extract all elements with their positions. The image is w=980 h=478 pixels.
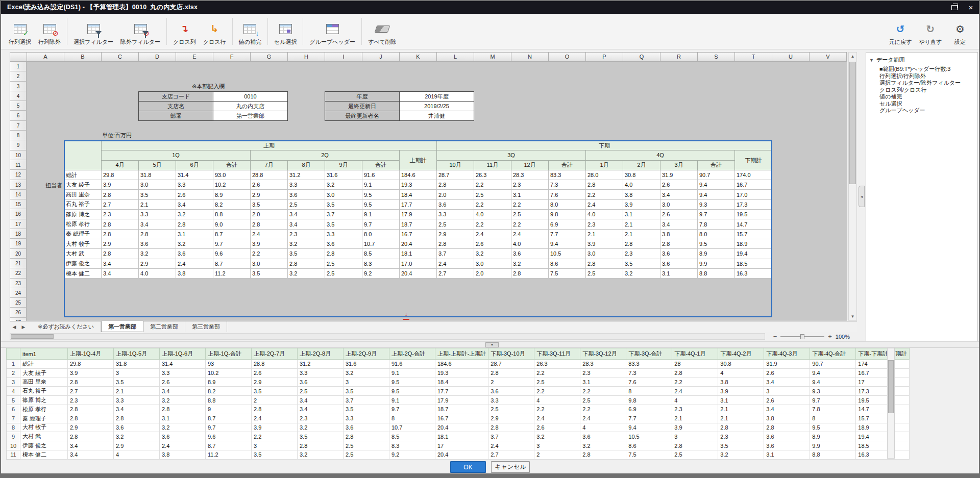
month-header[interactable]: 10月 (437, 160, 474, 170)
row-header-1[interactable]: 1 (10, 62, 26, 71)
column-header-N[interactable]: N (511, 53, 549, 61)
value-cell[interactable]: 3.9 (623, 199, 660, 209)
value-cell[interactable]: 18.4 (400, 190, 437, 199)
value-cell[interactable]: 3.4 (660, 219, 698, 229)
value-cell[interactable]: 3.4 (102, 259, 139, 268)
value-cell[interactable]: 8.0 (698, 229, 735, 239)
value-cell[interactable]: 2.0 (437, 190, 474, 199)
value-cell[interactable]: 3.0 (325, 190, 362, 199)
value-cell[interactable]: 2.7 (102, 199, 139, 209)
value-cell[interactable]: 3.6 (176, 249, 213, 259)
value-cell[interactable]: 4.0 (586, 210, 623, 219)
value-cell[interactable]: 3.4 (660, 190, 698, 199)
value-cell[interactable]: 2.2 (474, 199, 511, 209)
value-cell[interactable]: 2.8 (251, 219, 288, 229)
value-cell[interactable]: 3.3 (176, 180, 213, 190)
value-cell[interactable]: 2.5 (437, 219, 474, 229)
value-cell[interactable]: 90.7 (698, 170, 735, 180)
tree-item-3[interactable]: 選択フィルター/除外フィルター (879, 80, 974, 87)
value-cell[interactable]: 3.6 (660, 249, 698, 259)
zoom-out-button[interactable]: − (773, 333, 777, 340)
value-cell[interactable]: 8.5 (362, 249, 400, 259)
sheet-tab-4[interactable]: 第三営業部 (185, 321, 227, 332)
value-cell[interactable]: 3.1 (623, 210, 660, 219)
column-header-R[interactable]: R (660, 53, 698, 61)
value-cell[interactable]: 17.0 (400, 259, 437, 268)
value-cell[interactable]: 4.0 (474, 210, 511, 219)
row-header-4[interactable]: 4 (10, 91, 26, 101)
member-name-cell[interactable]: 高田 里奈 (64, 190, 102, 199)
row-header-24[interactable]: 24 (10, 288, 26, 298)
value-cell[interactable]: 3.0 (660, 199, 698, 209)
value-cell[interactable]: 2.8 (586, 259, 623, 268)
delete-all-button[interactable]: すべて削除 (364, 16, 400, 47)
row-header-15[interactable]: 15 (10, 199, 26, 209)
tab-scroll-right-button[interactable]: ▶ (19, 321, 28, 332)
month-header[interactable]: 7月 (251, 160, 288, 170)
value-cell[interactable]: 3.4 (288, 210, 325, 219)
select-filter-button[interactable]: 選択フィルター (70, 16, 117, 47)
tree-item-2[interactable]: 行列選択/行列除外 (879, 73, 974, 80)
value-cell[interactable]: 10.2 (213, 180, 251, 190)
value-cell[interactable]: 18.5 (735, 259, 772, 268)
member-name-cell[interactable]: 石丸 裕子 (64, 199, 102, 209)
tree-root[interactable]: ▼ データ範囲 (869, 56, 974, 64)
vertical-scroll-thumb[interactable] (849, 62, 856, 184)
member-name-cell[interactable]: 松原 孝行 (64, 219, 102, 229)
group-header-button[interactable]: グループヘッダー (306, 16, 359, 47)
name-column-header[interactable] (64, 141, 102, 170)
sheet-canvas[interactable]: ※本部記入欄 単位:百万円 支店コード0010年度2019年度支店名丸の内支店最… (27, 62, 847, 321)
value-cell[interactable]: 3.3 (139, 210, 176, 219)
exclude-filter-button[interactable]: ⊘除外フィルター (117, 16, 164, 47)
value-cell[interactable]: 2.8 (437, 180, 474, 190)
value-cell[interactable]: 3.2 (325, 180, 362, 190)
value-cell[interactable]: 2.4 (474, 229, 511, 239)
value-cell[interactable]: 7.7 (549, 229, 586, 239)
value-cell[interactable]: 11.2 (213, 268, 251, 278)
value-cell[interactable]: 2.4 (176, 259, 213, 268)
q3-header[interactable]: 3Q (437, 150, 586, 160)
value-cell[interactable]: 3.2 (176, 239, 213, 248)
month-header[interactable]: 3月 (660, 160, 698, 170)
value-cell[interactable]: 2.8 (139, 229, 176, 239)
value-cell[interactable]: 3.5 (251, 199, 288, 209)
sheet-tab-3[interactable]: 第二営業部 (143, 321, 185, 332)
cancel-button[interactable]: キャンセル (491, 461, 530, 473)
value-cell[interactable]: 9.8 (549, 210, 586, 219)
month-header[interactable]: 8月 (288, 160, 325, 170)
value-cell[interactable]: 31.9 (660, 170, 698, 180)
value-cell[interactable]: 3.4 (139, 219, 176, 229)
tree-item-1[interactable]: ■範囲(B9:T*)ヘッダー行数:3 (879, 66, 974, 73)
zoom-in-button[interactable]: + (828, 333, 832, 340)
value-cell[interactable]: 2.3 (102, 210, 139, 219)
column-header-U[interactable]: U (772, 53, 810, 61)
month-header[interactable]: 6月 (176, 160, 213, 170)
value-cell[interactable]: 2.8 (102, 249, 139, 259)
value-cell[interactable]: 2.0 (474, 268, 511, 278)
value-cell[interactable]: 3.9 (251, 239, 288, 248)
month-header[interactable]: 2月 (623, 160, 660, 170)
value-cell[interactable]: 3.2 (139, 249, 176, 259)
undo-button[interactable]: ↺元に戻す (886, 16, 916, 47)
month-header[interactable]: 合計 (213, 160, 251, 170)
value-cell[interactable]: 3.9 (586, 239, 623, 248)
column-header-S[interactable]: S (698, 53, 735, 61)
value-cell[interactable]: 3.5 (325, 219, 362, 229)
value-cell[interactable]: 7.5 (549, 268, 586, 278)
value-cell[interactable]: 3.6 (511, 249, 549, 259)
month-header[interactable]: 11月 (474, 160, 511, 170)
value-cell[interactable]: 9.5 (362, 199, 400, 209)
row-header-12[interactable]: 12 (10, 170, 26, 180)
value-cell[interactable]: 2.8 (102, 219, 139, 229)
value-cell[interactable]: 3.6 (288, 190, 325, 199)
second-half-total-header[interactable]: 下期計 (735, 150, 772, 170)
value-cell[interactable]: 3.2 (511, 259, 549, 268)
value-cell[interactable]: 2.4 (586, 199, 623, 209)
value-cell[interactable]: 93.0 (213, 170, 251, 180)
month-header[interactable]: 合計 (698, 160, 735, 170)
row-header-3[interactable]: 3 (10, 82, 26, 91)
value-cell[interactable]: 3.9 (102, 180, 139, 190)
column-header-D[interactable]: D (139, 53, 176, 61)
value-cell[interactable]: 3.4 (288, 219, 325, 229)
sheet-tab-2[interactable]: 第一営業部 (101, 321, 143, 332)
